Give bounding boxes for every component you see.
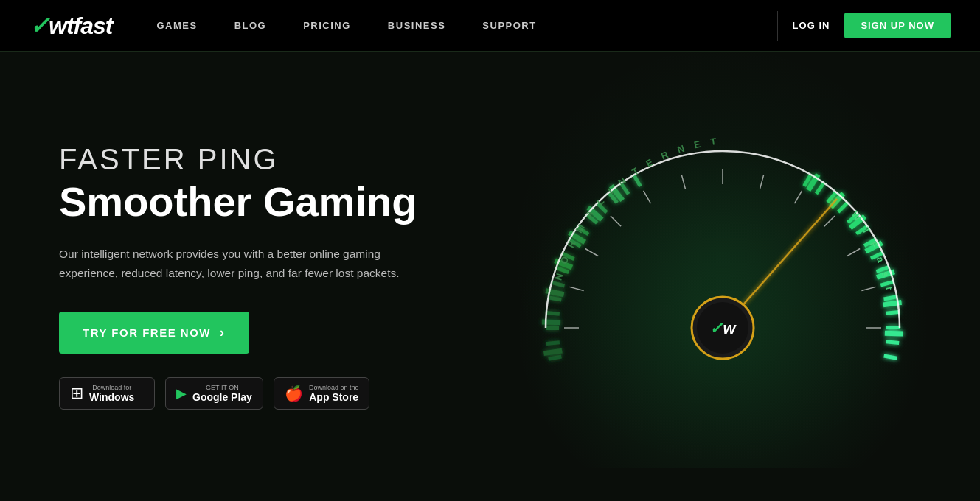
svg-rect-35 <box>886 326 900 329</box>
nav-games[interactable]: GAMES <box>156 20 197 31</box>
logo[interactable]: ✓wtfast <box>29 12 112 40</box>
login-button[interactable]: LOG IN <box>793 20 830 31</box>
app-store-small: Download on the <box>309 384 359 391</box>
center-logo: ✓w <box>709 319 737 337</box>
windows-store-text: Download for Windows <box>89 384 134 403</box>
nav-auth: LOG IN SIGN UP NOW <box>793 13 951 38</box>
store-buttons: ⊞ Download for Windows ▶ GET IT ON Googl… <box>59 377 472 410</box>
navbar: ✓wtfast GAMES BLOG PRICING BUSINESS SUPP… <box>0 0 980 52</box>
try-free-button[interactable]: TRY FOR FREE NOW › <box>59 312 249 354</box>
google-play-button[interactable]: ▶ GET IT ON Google Play <box>165 377 263 410</box>
google-play-large: Google Play <box>192 391 252 403</box>
nav-blog[interactable]: BLOG <box>234 20 267 31</box>
speedometer-area: N O R M A L I N T E R N E T W T F a s t <box>472 52 973 501</box>
google-play-text: GET IT ON Google Play <box>192 384 252 403</box>
hero-subtitle: FASTER PING <box>59 143 472 176</box>
google-play-small: GET IT ON <box>192 384 252 391</box>
arrow-icon: › <box>220 325 226 340</box>
windows-store-large: Windows <box>89 391 134 403</box>
hero-section: FASTER PING Smoother Gaming Our intellig… <box>0 52 980 501</box>
try-free-label: TRY FOR FREE NOW <box>83 326 211 339</box>
svg-rect-44 <box>885 331 903 337</box>
app-store-button[interactable]: 🍎 Download on the App Store <box>274 377 370 410</box>
nav-business[interactable]: BUSINESS <box>388 20 445 31</box>
speedometer: N O R M A L I N T E R N E T W T F a s t <box>472 85 973 468</box>
signup-button[interactable]: SIGN UP NOW <box>844 13 951 38</box>
app-store-large: App Store <box>309 391 359 403</box>
svg-rect-17 <box>542 319 560 325</box>
windows-icon: ⊞ <box>70 384 83 403</box>
windows-store-button[interactable]: ⊞ Download for Windows <box>59 377 155 410</box>
hero-title: Smoother Gaming <box>59 179 472 225</box>
nav-support[interactable]: SUPPORT <box>482 20 536 31</box>
app-store-text: Download on the App Store <box>309 384 359 403</box>
hero-content: FASTER PING Smoother Gaming Our intellig… <box>59 143 472 410</box>
apple-icon: 🍎 <box>285 385 303 402</box>
nav-divider <box>777 11 778 41</box>
nav-pricing[interactable]: PRICING <box>303 20 351 31</box>
svg-rect-3 <box>546 326 559 330</box>
speedometer-svg: N O R M A L I N T E R N E T W T F a s t <box>472 85 973 468</box>
windows-store-small: Download for <box>89 384 134 391</box>
logo-check-icon: ✓ <box>29 13 49 39</box>
hero-description: Our intelligent network provides you wit… <box>59 245 413 282</box>
nav-links: GAMES BLOG PRICING BUSINESS SUPPORT <box>156 20 762 31</box>
google-play-icon: ▶ <box>176 385 187 402</box>
logo-text: wtfast <box>49 13 112 39</box>
